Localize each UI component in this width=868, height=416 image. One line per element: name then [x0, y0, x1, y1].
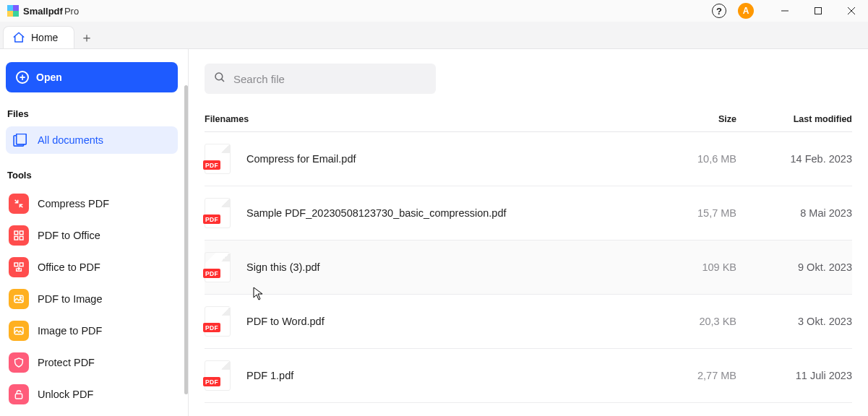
- svg-point-17: [20, 297, 22, 298]
- svg-rect-12: [14, 236, 18, 240]
- svg-line-21: [221, 79, 224, 82]
- file-date: 11 Juli 2023: [736, 370, 852, 381]
- file-name: Compress for Email.pdf: [246, 153, 643, 165]
- pdf-file-icon: PDF: [205, 198, 231, 228]
- tool-compress-pdf[interactable]: Compress PDF: [6, 188, 178, 220]
- tool-label: Unlock PDF: [38, 389, 93, 400]
- table-row[interactable]: PDF Compress for Email.pdf 10,6 MB 14 Fe…: [205, 132, 852, 186]
- tool-label: PDF to Office: [38, 230, 100, 241]
- search-box[interactable]: [205, 64, 436, 94]
- open-button[interactable]: + Open: [6, 62, 178, 92]
- pdf-file-icon: PDF: [205, 306, 231, 337]
- table-row[interactable]: PDF PDF 1.pdf 2,77 MB 11 Juli 2023: [205, 349, 852, 403]
- table-header: Filenames Size Last modified: [205, 114, 852, 132]
- svg-rect-0: [7, 5, 13, 11]
- table-row[interactable]: PDF Sign this (3).pdf 109 KB 9 Okt. 2023: [205, 240, 852, 295]
- svg-rect-15: [20, 263, 23, 266]
- compress-icon: [9, 194, 29, 214]
- documents-icon: [13, 134, 29, 147]
- tool-protect-pdf[interactable]: Protect PDF: [6, 347, 178, 378]
- tool-pdf-to-office[interactable]: PDF to Office: [6, 220, 178, 251]
- open-button-label: Open: [36, 72, 62, 83]
- sidebar: + Open Files All documents Tools Compres…: [0, 49, 184, 416]
- file-size: 109 KB: [643, 261, 736, 273]
- tool-unlock-pdf[interactable]: Unlock PDF: [6, 378, 178, 410]
- svg-rect-1: [13, 5, 19, 11]
- pdf-file-icon: PDF: [205, 144, 231, 174]
- col-header-size[interactable]: Size: [643, 114, 736, 124]
- app-name-suffix: Pro: [64, 6, 79, 17]
- table-row[interactable]: PDF Sample PDF_20230508123730_basic_comp…: [205, 186, 852, 240]
- window-maximize-button[interactable]: [802, 0, 835, 22]
- app-name: Smallpdf: [23, 6, 63, 17]
- sidebar-item-all-documents[interactable]: All documents: [6, 126, 178, 154]
- file-table: Filenames Size Last modified PDF Compres…: [205, 114, 852, 403]
- pdf-to-office-icon: [9, 225, 29, 246]
- window-close-button[interactable]: [835, 0, 868, 22]
- file-name: PDF 1.pdf: [246, 370, 643, 381]
- office-to-pdf-icon: [9, 257, 29, 277]
- section-files-label: Files: [6, 107, 178, 126]
- tab-home[interactable]: Home: [3, 26, 74, 48]
- search-input[interactable]: [233, 73, 427, 85]
- sidebar-item-label: All documents: [38, 134, 103, 146]
- col-header-name[interactable]: Filenames: [205, 114, 643, 124]
- file-size: 2,77 MB: [643, 370, 736, 381]
- svg-rect-3: [13, 11, 19, 17]
- svg-rect-19: [15, 394, 22, 399]
- protect-icon: [9, 352, 29, 373]
- tool-label: Office to PDF: [38, 261, 100, 273]
- file-name: PDF to Word.pdf: [246, 316, 643, 327]
- tool-label: Compress PDF: [38, 198, 109, 209]
- svg-rect-9: [17, 134, 27, 144]
- file-name: Sample PDF_20230508123730_basic_compress…: [246, 207, 643, 219]
- col-header-date[interactable]: Last modified: [736, 114, 852, 124]
- app-logo: [7, 5, 19, 17]
- file-size: 15,7 MB: [643, 207, 736, 219]
- svg-point-20: [215, 73, 223, 80]
- file-date: 8 Mai 2023: [736, 207, 852, 219]
- help-icon[interactable]: ?: [712, 4, 726, 18]
- tool-label: Image to PDF: [38, 325, 102, 337]
- svg-rect-5: [815, 8, 822, 14]
- tool-label: PDF to Image: [38, 293, 102, 305]
- tool-image-to-pdf[interactable]: Image to PDF: [6, 315, 178, 347]
- file-size: 10,6 MB: [643, 153, 736, 165]
- file-date: 14 Feb. 2023: [736, 153, 852, 165]
- file-date: 3 Okt. 2023: [736, 316, 852, 327]
- home-icon: [12, 31, 25, 44]
- unlock-icon: [9, 384, 29, 404]
- table-row[interactable]: PDF PDF to Word.pdf 20,3 KB 3 Okt. 2023: [205, 295, 852, 349]
- tab-strip: Home ＋: [0, 22, 868, 49]
- svg-rect-13: [20, 236, 23, 240]
- titlebar: Smallpdf Pro ? A: [0, 0, 868, 22]
- main-area: Filenames Size Last modified PDF Compres…: [188, 49, 868, 416]
- svg-rect-2: [7, 11, 13, 17]
- pdf-file-icon: PDF: [205, 252, 231, 282]
- avatar[interactable]: A: [738, 3, 754, 19]
- file-name: Sign this (3).pdf: [246, 261, 643, 273]
- svg-rect-10: [14, 231, 18, 235]
- pdf-file-icon: PDF: [205, 360, 231, 391]
- section-tools-label: Tools: [6, 168, 178, 188]
- svg-rect-11: [20, 231, 23, 235]
- tool-pdf-to-image[interactable]: PDF to Image: [6, 283, 178, 315]
- file-size: 20,3 KB: [643, 316, 736, 327]
- tab-home-label: Home: [31, 32, 58, 43]
- search-icon: [213, 71, 226, 87]
- plus-circle-icon: +: [16, 71, 29, 84]
- image-to-pdf-icon: [9, 321, 29, 341]
- window-minimize-button[interactable]: [768, 0, 802, 22]
- svg-rect-14: [14, 263, 18, 266]
- pdf-to-image-icon: [9, 289, 29, 309]
- sidebar-scrollbar[interactable]: [184, 49, 188, 416]
- tool-label: Protect PDF: [38, 357, 95, 368]
- new-tab-button[interactable]: ＋: [74, 26, 99, 48]
- tool-office-to-pdf[interactable]: Office to PDF: [6, 251, 178, 283]
- file-date: 9 Okt. 2023: [736, 261, 852, 273]
